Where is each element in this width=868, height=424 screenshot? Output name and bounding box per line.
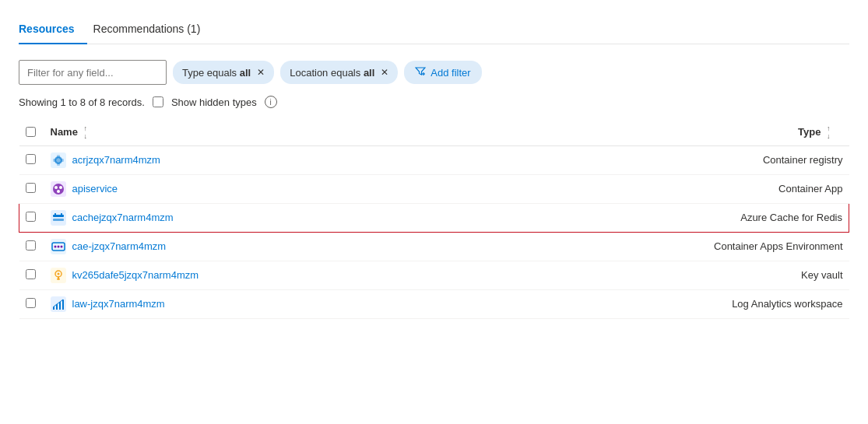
resource-link-3[interactable]: cae-jzqx7narm4mzm <box>72 240 167 252</box>
svg-point-20 <box>57 245 59 247</box>
resource-link-1[interactable]: apiservice <box>72 183 118 194</box>
row-type-cell: Log Analytics workspace <box>473 289 849 318</box>
row-checkbox-cell <box>19 203 44 232</box>
log-analytics-icon <box>51 296 66 312</box>
filter-input[interactable] <box>19 60 167 85</box>
svg-rect-14 <box>53 219 64 221</box>
resource-link-5[interactable]: law-jzqx7narm4mzm <box>72 298 165 310</box>
resource-link-4[interactable]: kv265dafe5jzqx7narm4mzm <box>72 269 199 281</box>
location-filter-label: Location equals all <box>290 67 374 79</box>
row-checkbox-cell <box>19 261 44 289</box>
row-checkbox-4[interactable] <box>26 269 36 279</box>
table-row[interactable]: kv265dafe5jzqx7narm4mzm Key vault <box>19 261 849 289</box>
row-checkbox-cell <box>19 289 44 318</box>
row-type-cell: Azure Cache for Redis <box>473 203 849 232</box>
select-all-checkbox[interactable] <box>26 127 36 137</box>
svg-point-11 <box>57 190 60 193</box>
tabs-container: Resources Recommendations (1) <box>19 16 849 44</box>
location-filter-chip: Location equals all ✕ <box>280 61 398 84</box>
row-name-cell: kv265dafe5jzqx7narm4mzm <box>44 261 473 289</box>
container-app-icon <box>51 181 66 197</box>
row-name-cell: law-jzqx7narm4mzm <box>44 289 473 318</box>
row-name-cell: cachejzqx7narm4mzm <box>44 203 473 232</box>
svg-rect-30 <box>59 302 61 310</box>
row-checkbox-0[interactable] <box>26 154 36 164</box>
tab-resources[interactable]: Resources <box>19 16 87 44</box>
row-name-cell: cae-jzqx7narm4mzm <box>44 232 473 261</box>
table-row[interactable]: cae-jzqx7narm4mzm Container Apps Environ… <box>19 232 849 261</box>
table-row[interactable]: apiservice Container App <box>19 174 849 203</box>
resources-table: Name ↑↓ Type ↑↓ acrjzqx7narm4mzm Contai <box>19 121 849 319</box>
row-checkbox-3[interactable] <box>26 240 36 251</box>
resource-link-2[interactable]: cachejzqx7narm4mzm <box>72 212 174 223</box>
location-filter-close-icon[interactable]: ✕ <box>381 67 388 78</box>
select-all-header <box>19 121 44 145</box>
row-type-cell: Key vault <box>473 261 849 289</box>
svg-rect-12 <box>51 210 66 226</box>
filter-row: Type equals all ✕ Location equals all ✕ … <box>19 60 849 85</box>
info-icon[interactable]: i <box>265 96 277 108</box>
svg-point-24 <box>57 272 59 275</box>
type-filter-chip: Type equals all ✕ <box>173 61 274 84</box>
add-filter-label: Add filter <box>430 67 470 79</box>
row-checkbox-2[interactable] <box>26 212 36 222</box>
row-checkbox-cell <box>19 174 44 203</box>
table-row[interactable]: law-jzqx7narm4mzm Log Analytics workspac… <box>19 289 849 318</box>
records-info-row: Showing 1 to 8 of 8 records. Show hidden… <box>19 96 849 108</box>
svg-rect-13 <box>53 215 64 217</box>
svg-rect-6 <box>53 159 64 162</box>
row-name-cell: acrjzqx7narm4mzm <box>44 145 473 174</box>
row-type-cell: Container App <box>473 174 849 203</box>
svg-rect-28 <box>53 307 54 310</box>
show-hidden-label: Show hidden types <box>171 96 257 108</box>
show-hidden-types-checkbox[interactable] <box>153 96 163 107</box>
row-checkbox-cell <box>19 232 44 261</box>
svg-rect-31 <box>62 300 64 310</box>
type-filter-close-icon[interactable]: ✕ <box>257 67 265 78</box>
row-checkbox-5[interactable] <box>26 298 36 308</box>
table-row[interactable]: acrjzqx7narm4mzm Container registry <box>19 145 849 174</box>
type-column-header[interactable]: Type ↑↓ <box>473 121 849 145</box>
svg-rect-26 <box>57 279 60 280</box>
container-apps-env-icon <box>51 239 66 254</box>
svg-point-19 <box>54 245 56 247</box>
name-column-header[interactable]: Name ↑↓ <box>44 121 473 145</box>
records-count-text: Showing 1 to 8 of 8 records. <box>19 96 145 108</box>
svg-rect-22 <box>51 268 66 283</box>
type-filter-label: Type equals all <box>182 67 251 79</box>
resource-link-0[interactable]: acrjzqx7narm4mzm <box>72 154 160 166</box>
add-filter-icon <box>415 66 426 79</box>
svg-rect-15 <box>54 213 56 215</box>
row-checkbox-cell <box>19 145 44 174</box>
tab-recommendations[interactable]: Recommendations (1) <box>93 16 213 44</box>
type-sort-icon[interactable]: ↑↓ <box>827 125 831 141</box>
row-checkbox-1[interactable] <box>26 183 36 193</box>
svg-point-9 <box>54 186 58 189</box>
table-row-highlighted[interactable]: cachejzqx7narm4mzm Azure Cache for Redis <box>19 203 849 232</box>
add-filter-button[interactable]: Add filter <box>404 61 481 84</box>
svg-point-21 <box>60 245 62 247</box>
svg-rect-16 <box>61 213 62 215</box>
key-vault-icon <box>51 268 66 283</box>
row-type-cell: Container Apps Environment <box>473 232 849 261</box>
svg-point-10 <box>59 186 62 189</box>
row-type-cell: Container registry <box>473 145 849 174</box>
row-name-cell: apiservice <box>44 174 473 203</box>
redis-cache-icon <box>51 210 66 226</box>
container-registry-icon <box>51 152 66 168</box>
name-sort-icon[interactable]: ↑↓ <box>84 125 88 141</box>
